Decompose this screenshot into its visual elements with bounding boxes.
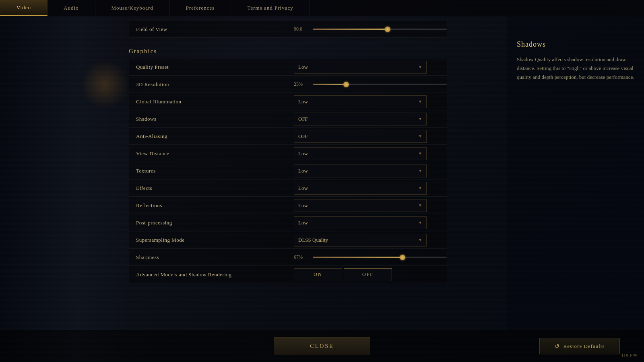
anti-aliasing-label: Anti-Aliasing [129,133,294,140]
reflections-dropdown[interactable]: Low ▼ [294,199,427,212]
effects-dropdown[interactable]: Low ▼ [294,182,427,195]
fov-slider-fill [313,29,388,30]
effects-arrow: ▼ [418,186,422,190]
fov-slider-track[interactable] [313,29,447,30]
textures-row: Textures Low ▼ [129,162,447,179]
fov-slider-thumb[interactable] [385,27,390,32]
fov-value: 90.0 [294,26,447,32]
tab-mouse-keyboard[interactable]: Mouse/Keyboard [95,0,170,16]
global-illumination-dropdown[interactable]: Low ▼ [294,95,427,108]
sharpness-pct: 67% [294,254,308,260]
supersampling-arrow: ▼ [418,238,422,242]
restore-defaults-button[interactable]: ↺ Restore Defaults [539,338,620,354]
nav-bar: Video Audio Mouse/Keyboard Preferences T… [0,0,644,16]
tab-preferences[interactable]: Preferences [170,0,231,16]
shadows-value: OFF ▼ [294,113,447,125]
3d-resolution-slider-container: 25% [294,81,447,87]
global-illumination-text: Low [298,99,418,105]
quality-preset-row: Quality Preset Low ▼ [129,59,447,76]
advanced-models-value: ON OFF [294,268,447,281]
reflections-label: Reflections [129,202,294,209]
shadows-label: Shadows [129,116,294,122]
3d-resolution-thumb[interactable] [343,82,349,87]
close-button[interactable]: CLOSE [274,337,370,355]
supersampling-text: DLSS Quality [298,237,418,243]
quality-preset-dropdown[interactable]: Low ▼ [294,61,427,74]
3d-resolution-track[interactable] [313,84,447,85]
effects-value: Low ▼ [294,182,447,195]
tab-audio[interactable]: Audio [47,0,95,16]
sharpness-fill [313,257,402,258]
supersampling-row: Supersampling Mode DLSS Quality ▼ [129,232,447,249]
3d-resolution-value: 25% [294,81,447,87]
anti-aliasing-text: OFF [298,133,418,140]
advanced-models-label: Advanced Models and Shadow Rendering [129,272,294,278]
sharpness-track[interactable] [313,257,447,258]
post-processing-dropdown[interactable]: Low ▼ [294,216,427,229]
fov-row: Field of View 90.0 [129,21,447,38]
fov-slider-container: 90.0 [294,26,447,32]
shadows-arrow: ▼ [418,117,422,121]
advanced-models-toggle-group: ON OFF [294,268,392,281]
sharpness-label: Sharpness [129,254,294,261]
sharpness-thumb[interactable] [400,255,405,260]
supersampling-dropdown[interactable]: DLSS Quality ▼ [294,234,427,247]
view-distance-row: View Distance Low ▼ [129,145,447,162]
shadows-text: OFF [298,116,418,122]
settings-panel: Field of View 90.0 [0,16,507,330]
info-description: Shadow Quality affects shadow resolution… [517,55,634,82]
fps-counter: 119 FPS [621,353,638,359]
settings-inner: Field of View 90.0 [129,16,447,330]
content-row: Field of View 90.0 [0,16,644,330]
graphics-settings: Quality Preset Low ▼ 3D Resolution [129,59,447,330]
global-illumination-row: Global Illumination Low ▼ [129,93,447,110]
view-distance-dropdown[interactable]: Low ▼ [294,147,427,160]
3d-resolution-label: 3D Resolution [129,81,294,88]
fov-label: Field of View [129,26,294,33]
post-processing-arrow: ▼ [418,220,422,225]
anti-aliasing-arrow: ▼ [418,134,422,138]
reflections-text: Low [298,202,418,209]
reflections-arrow: ▼ [418,203,422,208]
global-illumination-arrow: ▼ [418,99,422,104]
textures-value: Low ▼ [294,165,447,177]
textures-arrow: ▼ [418,169,422,173]
3d-resolution-fill [313,84,346,85]
anti-aliasing-dropdown[interactable]: OFF ▼ [294,130,427,143]
fov-section: Field of View 90.0 [129,16,447,41]
restore-icon: ↺ [554,342,560,350]
sharpness-row: Sharpness 67% [129,249,447,266]
shadows-dropdown[interactable]: OFF ▼ [294,113,427,125]
effects-row: Effects Low ▼ [129,180,447,197]
global-illumination-value: Low ▼ [294,95,447,108]
advanced-models-off-button[interactable]: OFF [344,268,392,281]
info-panel: Shadows Shadow Quality affects shadow re… [507,16,644,330]
bottom-bar: CLOSE ↺ Restore Defaults [0,330,644,362]
post-processing-text: Low [298,220,418,226]
3d-resolution-pct: 25% [294,81,308,87]
restore-label: Restore Defaults [563,343,605,350]
view-distance-text: Low [298,150,418,157]
tab-terms[interactable]: Terms and Privacy [231,0,310,16]
view-distance-label: View Distance [129,150,294,157]
shadows-row: Shadows OFF ▼ [129,111,447,128]
anti-aliasing-value: OFF ▼ [294,130,447,143]
tab-video[interactable]: Video [0,0,47,16]
sharpness-slider-container: 67% [294,254,447,260]
textures-dropdown[interactable]: Low ▼ [294,165,427,177]
effects-label: Effects [129,185,294,191]
effects-text: Low [298,185,418,191]
quality-preset-value: Low ▼ [294,61,447,74]
supersampling-value: DLSS Quality ▼ [294,234,447,247]
graphics-heading: Graphics [129,41,447,59]
advanced-models-on-button[interactable]: ON [294,268,342,281]
textures-text: Low [298,168,418,174]
post-processing-row: Post-processing Low ▼ [129,214,447,231]
quality-preset-label: Quality Preset [129,64,294,70]
info-title: Shadows [517,40,634,49]
view-distance-arrow: ▼ [418,151,422,156]
post-processing-value: Low ▼ [294,216,447,229]
view-distance-value: Low ▼ [294,147,447,160]
supersampling-label: Supersampling Mode [129,237,294,243]
reflections-value: Low ▼ [294,199,447,212]
